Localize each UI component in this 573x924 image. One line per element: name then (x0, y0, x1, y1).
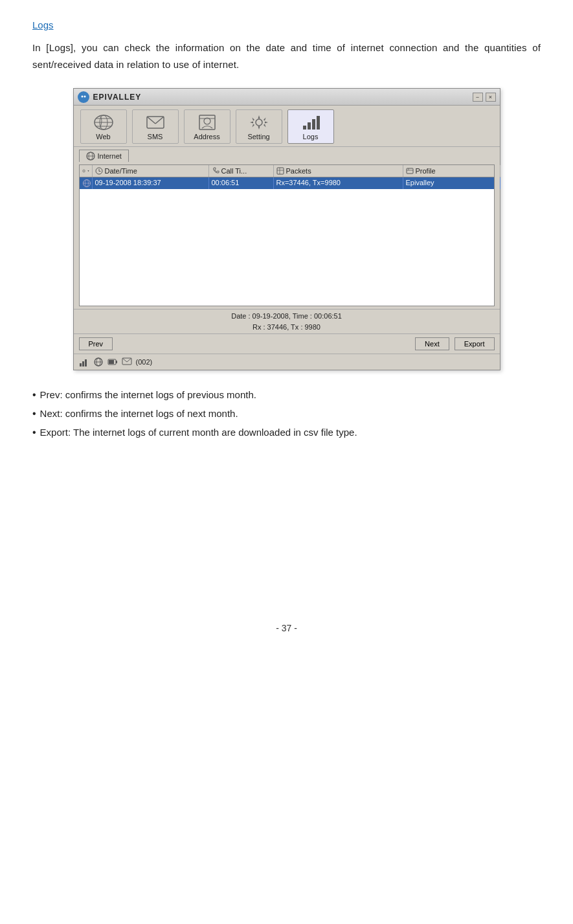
svg-rect-11 (199, 115, 215, 130)
nav-web-label: Web (96, 133, 110, 141)
bullet-prev: Prev: confirms the internet logs of prev… (32, 386, 541, 405)
status-icons-bar: (002) (74, 354, 500, 370)
message-icon (122, 357, 132, 367)
svg-rect-40 (85, 359, 87, 366)
nav-web-button[interactable]: Web (80, 109, 127, 144)
svg-line-10 (155, 117, 164, 124)
title-bar: EPIVALLEY − × (74, 89, 500, 106)
svg-line-9 (147, 117, 155, 124)
td-calltime: 00:06:51 (209, 177, 274, 189)
next-button[interactable]: Next (415, 337, 449, 350)
svg-rect-32 (407, 168, 413, 174)
table-row[interactable]: 09-19-2008 18:39:37 00:06:51 Rx=37446, T… (80, 177, 494, 189)
data-area: Date/Time Call Ti... Packets (79, 164, 495, 306)
sort-arrow-icon (87, 168, 89, 174)
th-date-icon (95, 167, 103, 175)
th-call-icon (212, 167, 219, 175)
nav-setting-button[interactable]: Setting (236, 109, 282, 144)
action-bar: Prev Next Export (74, 333, 500, 354)
internet-tab-label: Internet (98, 152, 122, 160)
svg-rect-18 (317, 116, 320, 130)
address-icon (197, 113, 218, 131)
nav-sms-button[interactable]: SMS (132, 109, 179, 144)
th-date: Date/Time (93, 165, 209, 177)
nav-logs-label: Logs (303, 133, 319, 141)
bullet-next: Next: confirms the internet logs of next… (32, 405, 541, 423)
svg-rect-46 (109, 360, 114, 364)
status-bar: Date : 09-19-2008, Time : 00:06:51 Rx : … (74, 309, 500, 333)
svg-point-14 (256, 119, 262, 126)
tab-bar: Internet (74, 147, 500, 162)
svg-rect-16 (308, 122, 311, 130)
app-title: EPIVALLEY (93, 93, 142, 102)
th-profile: Profile (403, 165, 500, 177)
bullet-list: Prev: confirms the internet logs of prev… (32, 386, 541, 442)
page-number: - 37 - (32, 623, 541, 633)
td-datetime: 09-19-2008 18:39:37 (93, 177, 209, 189)
nav-toolbar: Web SMS Address (74, 106, 500, 147)
td-profile: Epivalley (403, 177, 500, 189)
bullet-export-text: Export: The internet logs of current mon… (40, 423, 357, 441)
setting-icon (249, 113, 269, 131)
status-line1: Date : 09-19-2008, Time : 00:06:51 (79, 311, 495, 322)
battery-icon (107, 357, 118, 367)
sms-icon (145, 113, 166, 131)
minimize-button[interactable]: − (473, 93, 483, 102)
intro-paragraph: In [Logs], you can check the information… (32, 39, 541, 73)
svg-point-2 (84, 95, 85, 97)
svg-point-1 (81, 95, 83, 97)
table-header: Date/Time Call Ti... Packets (80, 165, 494, 177)
internet-tab-icon (86, 152, 95, 161)
bullet-export: Export: The internet logs of current mon… (32, 423, 541, 442)
td-packets: Rx=37446, Tx=9980 (274, 177, 403, 189)
th-packets-icon (276, 167, 284, 175)
th-packets: Packets (274, 165, 403, 177)
signal-icon (79, 357, 89, 367)
th-profile-icon (406, 167, 414, 175)
web-icon (93, 113, 114, 131)
nav-logs-button[interactable]: Logs (287, 109, 334, 144)
export-button[interactable]: Export (455, 337, 495, 350)
status-line2: Rx : 37446, Tx : 9980 (79, 322, 495, 333)
network-icon (93, 357, 104, 367)
th-icon (80, 165, 93, 177)
svg-rect-15 (303, 126, 306, 130)
svg-rect-38 (80, 363, 82, 366)
app-window: EPIVALLEY − × Web (73, 88, 500, 370)
app-logo-icon (78, 91, 89, 103)
svg-rect-39 (82, 361, 84, 366)
svg-rect-45 (116, 361, 117, 363)
svg-marker-25 (87, 170, 89, 172)
nav-sms-label: SMS (148, 133, 163, 141)
prev-button[interactable]: Prev (79, 337, 113, 350)
nav-setting-label: Setting (247, 133, 269, 141)
logs-icon (300, 113, 321, 131)
svg-line-48 (122, 358, 127, 362)
close-button[interactable]: × (486, 93, 496, 102)
svg-line-49 (127, 358, 131, 362)
svg-rect-17 (312, 119, 315, 130)
th-calltime: Call Ti... (209, 165, 274, 177)
td-icon (80, 177, 93, 189)
svg-rect-29 (277, 168, 284, 174)
bullet-prev-text: Prev: confirms the internet logs of prev… (40, 386, 256, 403)
svg-point-0 (80, 94, 87, 100)
internet-tab[interactable]: Internet (79, 150, 129, 162)
nav-address-label: Address (194, 133, 219, 141)
nav-address-button[interactable]: Address (184, 109, 230, 144)
page-heading: Logs (32, 19, 541, 30)
bullet-next-text: Next: confirms the internet logs of next… (40, 405, 238, 422)
table-empty-area (80, 189, 494, 306)
message-count: (002) (136, 358, 153, 366)
